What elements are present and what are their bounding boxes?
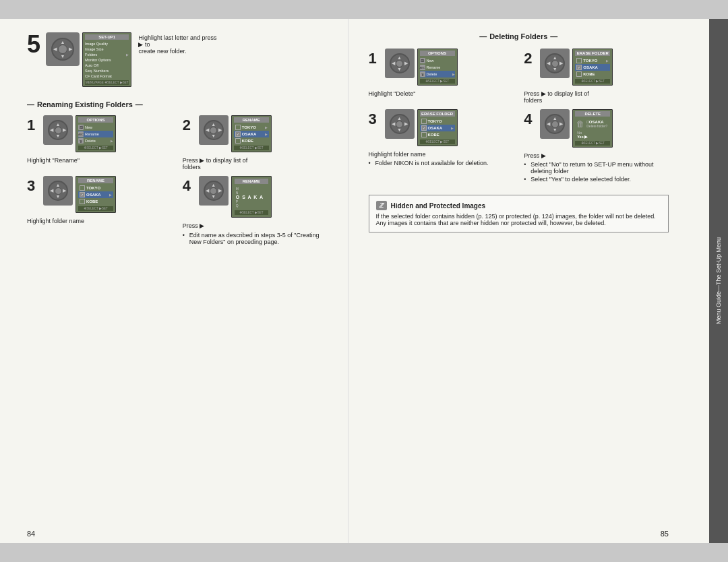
step5-inner: ▲ ▼ ◀ ▶ SET-UP1 Image Quality Image Size: [46, 32, 219, 87]
wheel-d1: ▲ ▼ ◀ ▶: [390, 53, 410, 73]
step4-captions: Press ▶ Edit name as described in steps …: [183, 220, 328, 247]
ar-d1: ▶: [404, 61, 408, 66]
lcd-r3: RENAME TOKYO ✓ OSAKA ▶: [75, 176, 116, 213]
wi-d3: [396, 121, 403, 128]
caption-r1: Highlight "Rename": [27, 157, 108, 164]
page-left: 5 ▲ ▼ ◀ ▶ SET-UP1 Image Quality: [0, 19, 348, 543]
au-d2: ▲: [553, 55, 557, 60]
caption-r2: Press ▶ to display list of folders: [183, 157, 264, 170]
ad-r4: ▼: [211, 194, 216, 199]
ad-r1: ▼: [56, 133, 61, 138]
al-d1: ◀: [392, 61, 395, 66]
lcd-step5-bottom: MENU/PAGE ❖SELECT ▶SET: [85, 80, 129, 85]
note-box-title: ℤ Hidden and Protected Images: [376, 201, 662, 210]
delete-step4: 4 ▲ ▼ ◀ ▶ DELETE 🗑: [524, 109, 669, 184]
control-wheel-step5: ▲ ▼ ◀ ▶: [51, 38, 74, 61]
camera-r2: ▲ ▼ ◀ ▶: [199, 115, 229, 145]
ad-r3: ▼: [56, 194, 61, 199]
bottom-bar: [0, 543, 728, 562]
wi-r3: [55, 187, 62, 195]
camera-r3: ▲ ▼ ◀ ▶: [43, 176, 73, 206]
camera-d2: ▲ ▼ ◀ ▶: [540, 49, 570, 78]
au-r3: ▲: [56, 183, 61, 187]
wheel-r2: ▲ ▼ ◀ ▶: [204, 120, 224, 140]
au-d3: ▲: [397, 116, 402, 121]
delete-steps-grid: 1 ▲ ▼ ◀ ▶ OPTIONS 🖼: [369, 49, 669, 184]
step5-block: 5 ▲ ▼ ◀ ▶ SET-UP1 Image Quality: [27, 32, 328, 87]
delete-step1: 1 ▲ ▼ ◀ ▶ OPTIONS 🖼: [369, 49, 514, 104]
note-box-text: If the selected folder contains hidden (…: [376, 213, 662, 226]
lcd-row1: Image Quality: [85, 41, 129, 46]
step-d3-captions: Highlight folder name Folder NIKON is no…: [369, 149, 514, 168]
ar-d4: ▶: [559, 121, 563, 127]
ad-r2: ▼: [211, 133, 216, 138]
rename-step3: 3 ▲ ▼ ◀ ▶ RENAME: [27, 176, 172, 247]
camera-r1: ▲ ▼ ◀ ▶: [43, 115, 73, 145]
al-d2: ◀: [547, 61, 550, 66]
page-number-left: 84: [27, 530, 35, 538]
wheel-r1: ▲ ▼ ◀ ▶: [48, 120, 68, 140]
au-r2: ▲: [211, 122, 216, 127]
ar-r3: ▶: [63, 188, 66, 193]
al-d4: ◀: [547, 121, 550, 127]
caption-r3: Highlight folder name: [27, 218, 108, 224]
arrow-down: ▼: [61, 54, 65, 59]
renaming-section: — Renaming Existing Folders — 1 ▲ ▼ ◀: [27, 100, 328, 247]
lcd-r1: OPTIONS 🖼 New ABC Rename 🗑: [75, 115, 116, 152]
wi-d1: [396, 60, 403, 67]
caption-d1: Highlight "Delete": [369, 90, 450, 97]
camera-d1: ▲ ▼ ◀ ▶: [385, 49, 415, 78]
wi-d2: [551, 60, 559, 67]
ad-d2: ▼: [553, 67, 557, 71]
wheel-r4: ▲ ▼ ◀ ▶: [204, 181, 224, 201]
rename-step1: 1 ▲ ▼ ◀ ▶ OPTIONS: [27, 115, 172, 170]
ar-d3: ▶: [404, 121, 408, 127]
arrow-up: ▲: [61, 40, 65, 44]
wheel-d2: ▲ ▼ ◀ ▶: [545, 53, 565, 73]
ad-d1: ▼: [397, 67, 402, 71]
lcd-r4: RENAME M N O S A K A P Q ❖SELECT ▶SET: [231, 176, 272, 218]
ar-r2: ▶: [218, 127, 222, 133]
right-sidebar: Menu Guide—The Set-Up Menu: [709, 19, 728, 543]
renaming-title: — Renaming Existing Folders —: [27, 100, 328, 108]
al-r1: ◀: [50, 127, 53, 133]
step5-number: 5: [27, 32, 40, 57]
deleting-header: — Deleting Folders —: [369, 32, 669, 40]
rename-step4: 4 ▲ ▼ ◀ ▶ RENAME: [183, 176, 328, 247]
wheel-d3: ▲ ▼ ◀ ▶: [390, 114, 410, 134]
camera-r4: ▲ ▼ ◀ ▶: [199, 176, 229, 206]
delete-step3: 3 ▲ ▼ ◀ ▶ ERASE FOLDER: [369, 109, 514, 184]
lcd-row3: Folders ▶: [85, 52, 129, 57]
wi-d4: [551, 121, 559, 128]
arrow-right: ▶: [69, 46, 72, 52]
page-right: — Deleting Folders — 1 ▲ ▼ ◀ ▶: [348, 19, 710, 543]
lcd-row6: Seq. Numbers: [85, 68, 129, 73]
au-r4: ▲: [211, 183, 216, 187]
ad-d4: ▼: [553, 127, 557, 132]
camera-step5: ▲ ▼ ◀ ▶: [46, 32, 80, 66]
wheel-d4: ▲ ▼ ◀ ▶: [545, 114, 565, 134]
camera-d4: ▲ ▼ ◀ ▶: [540, 109, 570, 139]
lcd-step5: SET-UP1 Image Quality Image Size Folders…: [82, 32, 131, 87]
caption-d2: Press ▶ to display list of folders: [524, 90, 605, 104]
wi-r1: [55, 127, 62, 134]
al-r3: ◀: [50, 188, 53, 193]
al-r2: ◀: [206, 127, 209, 133]
lcd-row2: Image Size: [85, 46, 129, 52]
main-content: 5 ▲ ▼ ◀ ▶ SET-UP1 Image Quality: [0, 19, 728, 543]
ad-d3: ▼: [397, 127, 402, 132]
lcd-d4: DELETE 🗑 □OSAKA Delete folder? No Yes ▶: [572, 109, 613, 148]
note-box: ℤ Hidden and Protected Images If the sel…: [369, 195, 669, 232]
au-d1: ▲: [397, 55, 402, 60]
step5-caption: Highlight last letter and press ▶ to cre…: [138, 32, 219, 55]
arrow-left: ◀: [53, 46, 57, 52]
rename-step2: 2 ▲ ▼ ◀ ▶ RENAME: [183, 115, 328, 170]
au-d4: ▲: [553, 116, 557, 121]
wi-r4: [210, 187, 217, 195]
lcd-d3: ERASE FOLDER TOKYO ✓ OSAKA ▶ KOBE: [417, 109, 458, 146]
lcd-row5: Auto Off: [85, 63, 129, 68]
lcd-r2: RENAME TOKYO ▶ ✓ OSAKA ▶: [231, 115, 272, 152]
note-icon: ℤ: [376, 201, 387, 210]
lcd-d1: OPTIONS 🖼 New ABC Rename 🗑 Delete ▶: [417, 49, 458, 86]
wheel-r3: ▲ ▼ ◀ ▶: [48, 181, 68, 201]
